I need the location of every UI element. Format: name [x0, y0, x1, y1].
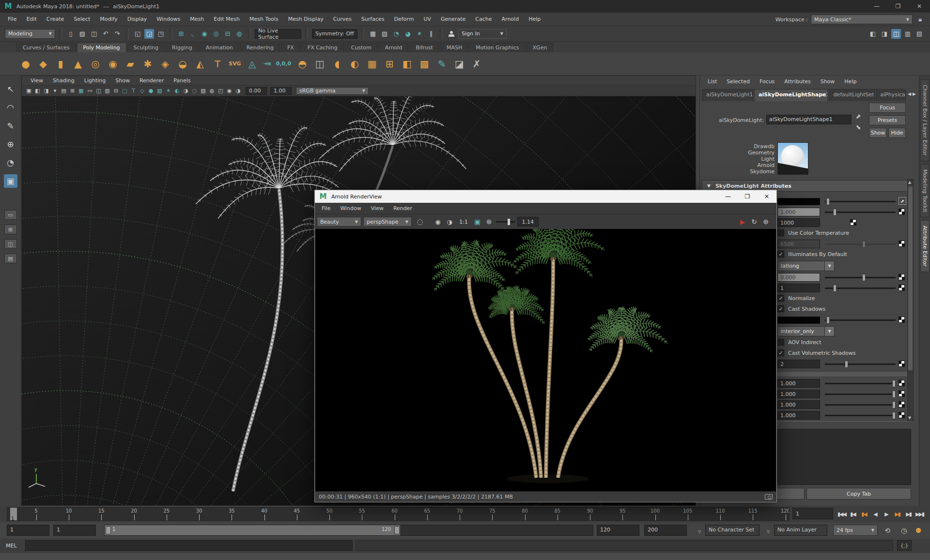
character-set-menu-icon[interactable]: ▽ [695, 527, 704, 536]
new-scene-icon[interactable]: ▯ [66, 29, 76, 39]
side-tab-channel-box-layer-editor[interactable]: Channel Box / Layer Editor [920, 79, 930, 161]
current-frame-marker[interactable]: 1 [10, 508, 17, 521]
normalize-checkbox[interactable]: ✓ [777, 295, 784, 302]
renderview-menu-window[interactable]: Window [335, 203, 366, 213]
camera-visibility-slider-handle[interactable] [892, 380, 896, 387]
shelf-tab-rigging[interactable]: Rigging [166, 43, 199, 52]
ae-menu-help[interactable]: Help [839, 76, 861, 87]
svg-tool-icon[interactable]: SVG [228, 56, 242, 72]
copy-tab-button[interactable]: Copy Tab [806, 488, 911, 499]
close-button[interactable]: ✕ [909, 0, 930, 13]
pause-viewport-icon[interactable]: ‖ [426, 29, 436, 39]
menu-set-dropdown[interactable]: Modeling ▼ [5, 29, 55, 39]
field-chart-icon[interactable]: ⊟ [112, 87, 120, 95]
shadow-color-slider-handle[interactable] [826, 317, 830, 324]
select-node-icon[interactable]: ⬊ [853, 122, 863, 132]
character-set-field[interactable]: No Character Set [705, 525, 760, 536]
make-live-icon[interactable]: ◍ [234, 29, 244, 39]
snapshot-icon[interactable]: ◌ [414, 217, 426, 227]
quad-draw-icon[interactable]: ✎ [434, 56, 449, 72]
poly-cylinder-icon[interactable]: ▮ [53, 56, 68, 72]
exposure-value-field[interactable]: 1.14 [517, 217, 539, 227]
lock-workspace-icon[interactable]: 🔒︎ [915, 15, 925, 24]
menu-windows[interactable]: Windows [152, 14, 185, 24]
temperature-slider[interactable] [825, 243, 896, 245]
node-name-field[interactable]: aiSkyDomeLightShape1 [766, 115, 852, 124]
2d-pan-zoom-icon[interactable]: ⊞ [68, 87, 77, 95]
live-surface-field[interactable]: No Live Surface [255, 29, 301, 39]
portal-mode-dropdown[interactable]: interior_only▼ [777, 326, 835, 336]
shelf-tab-fx[interactable]: FX [281, 43, 300, 52]
isolate-select-icon[interactable]: ◰ [217, 87, 225, 95]
ae-menu-selected[interactable]: Selected [722, 76, 755, 87]
samples-slider-handle[interactable] [833, 285, 837, 292]
shadow-color-slider[interactable] [825, 319, 896, 321]
mirror-icon[interactable]: ◧ [400, 56, 414, 72]
bookmark-icon[interactable]: ▾ [51, 87, 59, 95]
shelf-tab-fx-caching[interactable]: FX Caching [301, 43, 344, 52]
resolution-gate-icon[interactable]: ◫ [94, 87, 103, 95]
menu-deform[interactable]: Deform [389, 14, 418, 24]
film-gate-icon[interactable]: ▭ [86, 87, 94, 95]
step-forward-key-button[interactable]: ▶▮ [892, 508, 903, 520]
aov-indirect-checkbox[interactable] [777, 339, 784, 346]
viewport-menu-view[interactable]: View [26, 76, 48, 86]
specular-visibility-map-button[interactable] [899, 401, 905, 408]
intensity-slider[interactable] [825, 212, 896, 213]
volume-samples-slider-handle[interactable] [845, 361, 848, 368]
boolean-union-icon[interactable]: ◖ [330, 56, 344, 72]
safe-action-icon[interactable]: ▢ [121, 87, 129, 95]
poly-torus-icon[interactable]: ◎ [88, 56, 103, 72]
diffuse-visibility-map-button[interactable] [899, 391, 905, 397]
menu-uv[interactable]: UV [418, 14, 436, 24]
renderview-titlebar[interactable]: M Arnold RenderView —❐✕ [315, 190, 776, 203]
animation-start-field[interactable]: 1 [7, 525, 49, 536]
safe-title-icon[interactable]: T [129, 87, 138, 95]
camera-visibility-slider[interactable] [825, 383, 896, 384]
zoom-ratio-label[interactable]: 1:1 [456, 219, 471, 225]
poly-cone-icon[interactable]: ▲ [71, 56, 85, 72]
rgb-channels-icon[interactable]: ◉ [433, 217, 443, 227]
menu-mesh-display[interactable]: Mesh Display [283, 14, 328, 24]
sign-in-dropdown[interactable]: Sign In ▼ [458, 29, 507, 39]
go-to-end-button[interactable]: ▶▶▮ [914, 508, 925, 520]
layout-four-pane[interactable]: ⊞ [4, 225, 17, 234]
construction-plane-icon[interactable]: ◬ [245, 56, 259, 72]
poly-pyramid-icon[interactable]: ◭ [193, 56, 207, 72]
diffuse-visibility-slider[interactable] [825, 394, 896, 395]
attribute-editor-scrollbar[interactable]: ▲ ▼ [907, 179, 914, 421]
aov-dropdown[interactable]: Beauty ▼ [317, 217, 361, 227]
range-end-handle[interactable] [394, 526, 400, 534]
undo-icon[interactable]: ↶ [101, 29, 110, 39]
camera-visibility-map-button[interactable] [899, 380, 905, 386]
range-start-handle[interactable] [106, 526, 111, 534]
diffuse-visibility-slider-handle[interactable] [892, 391, 896, 398]
step-back-frame-button[interactable]: ▮◀ [847, 508, 858, 520]
viewport-menu-panels[interactable]: Panels [169, 76, 195, 86]
illuminates-by-default-checkbox[interactable]: ✓ [777, 251, 784, 257]
snap-projected-center-icon[interactable]: ◎ [211, 29, 221, 39]
select-tool[interactable]: ↖ [4, 82, 17, 96]
shadow-color-swatch[interactable] [777, 317, 820, 324]
renderview-menu-file[interactable]: File [317, 203, 335, 213]
snap-view-plane-icon[interactable]: ⊟ [223, 29, 232, 39]
lock-camera-icon[interactable]: ◧ [33, 87, 42, 95]
intensity-field[interactable]: 1.000 [777, 208, 820, 216]
exposure-map-button[interactable] [899, 274, 905, 280]
poly-sphere-icon[interactable]: ● [18, 56, 33, 72]
diffuse-visibility-field[interactable]: 1.000 [777, 390, 820, 398]
shelf-tab-curves-surfaces[interactable]: Curves / Surfaces [16, 43, 76, 52]
ae-tab-aiskydomelight1[interactable]: aiSkyDomeLight1 [702, 89, 753, 101]
menu-surfaces[interactable]: Surfaces [356, 14, 389, 24]
menu-select[interactable]: Select [69, 14, 95, 24]
select-object-icon[interactable]: ◲ [144, 29, 154, 39]
playback-end-field[interactable]: 120 [597, 525, 639, 536]
timeline-ruler[interactable]: 1 51015202530354045505560657075808590951… [7, 507, 790, 521]
menu-mesh-tools[interactable]: Mesh Tools [245, 14, 283, 24]
temperature-map-button[interactable] [899, 241, 905, 247]
menu-generate[interactable]: Generate [436, 14, 470, 24]
menu-curves[interactable]: Curves [328, 14, 356, 24]
go-to-start-button[interactable]: ▮◀◀ [836, 508, 847, 520]
volume-samples-field[interactable]: 2 [777, 360, 820, 368]
playback-speed-clock-icon[interactable]: ◷ [899, 526, 909, 535]
